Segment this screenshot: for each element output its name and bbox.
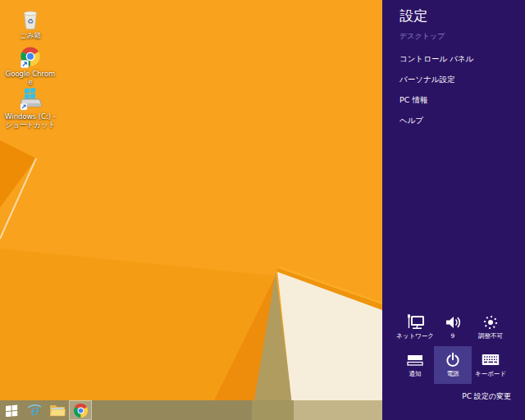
brightness-label: 調整不可 — [478, 332, 503, 340]
network-icon — [405, 315, 425, 330]
change-pc-settings-link[interactable]: PC 設定の変更 — [462, 391, 511, 402]
file-explorer-button[interactable] — [46, 400, 69, 420]
internet-explorer-button[interactable]: e — [23, 400, 46, 420]
windows-logo-icon — [6, 404, 18, 417]
windows-desktop-screen: ♻ ごみ箱 Google Chrome — [0, 0, 525, 420]
chrome-taskbar-button[interactable] — [69, 400, 92, 420]
taskbar: e — [0, 400, 382, 420]
desktop-icon-label: ごみ箱 — [5, 32, 56, 40]
volume-tile[interactable]: 9 — [434, 308, 472, 346]
power-icon — [445, 353, 461, 368]
volume-label: 9 — [451, 332, 455, 340]
brightness-tile[interactable]: 調整不可 — [472, 308, 509, 346]
svg-text:♻: ♻ — [27, 17, 34, 25]
chrome-icon — [5, 41, 56, 69]
power-label: 電源 — [447, 370, 459, 378]
start-button[interactable] — [0, 400, 23, 420]
notifications-label: 通知 — [409, 370, 422, 378]
internet-explorer-icon: e — [26, 402, 43, 418]
speaker-icon — [445, 315, 461, 330]
power-tile[interactable]: 電源 — [434, 346, 472, 384]
quick-settings-grid: ネットワーク 9 — [396, 308, 511, 384]
menu-item-help[interactable]: ヘルプ — [382, 111, 525, 131]
network-label: ネットワーク — [396, 332, 434, 340]
menu-item-pc-info[interactable]: PC 情報 — [382, 90, 525, 111]
keyboard-tile[interactable]: キーボード — [472, 346, 509, 384]
settings-charm-panel: 設定 デスクトップ コントロール パネル パーソナル設定 PC 情報 ヘルプ — [382, 0, 525, 420]
drive-icon — [5, 84, 56, 112]
desktop-icon-windows-c-shortcut[interactable]: Windows (C:) - ショートカット — [5, 84, 56, 130]
keyboard-icon — [482, 353, 500, 368]
settings-menu: コントロール パネル パーソナル設定 PC 情報 ヘルプ — [382, 49, 525, 131]
notifications-icon — [407, 353, 423, 368]
desktop-icon-google-chrome[interactable]: Google Chrome — [5, 41, 56, 87]
desktop-icon-recycle-bin[interactable]: ♻ ごみ箱 — [5, 2, 56, 40]
desktop-icon-label: Windows (C:) - ショートカット — [5, 113, 56, 130]
taskbar-background — [294, 400, 382, 420]
notifications-tile[interactable]: 通知 — [396, 346, 434, 384]
svg-text:e: e — [30, 402, 39, 418]
brightness-sun-icon — [482, 315, 499, 330]
recycle-bin-icon: ♻ — [5, 2, 56, 30]
file-explorer-icon — [49, 403, 66, 418]
panel-title: 設定 — [399, 7, 428, 25]
menu-item-personalization[interactable]: パーソナル設定 — [382, 70, 525, 90]
panel-subtitle: デスクトップ — [399, 31, 445, 42]
taskbar-background — [252, 400, 294, 420]
network-tile[interactable]: ネットワーク — [396, 308, 434, 346]
menu-item-control-panel[interactable]: コントロール パネル — [382, 49, 525, 70]
chrome-icon — [73, 403, 89, 418]
keyboard-label: キーボード — [475, 370, 506, 378]
